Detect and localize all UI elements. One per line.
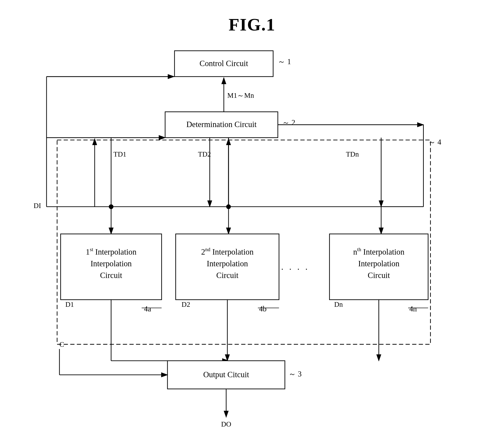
- control-circuit-ref: ～ 1: [278, 57, 291, 66]
- dots-label: ．．．．: [278, 263, 310, 271]
- do-label: DO: [221, 420, 231, 427]
- svg-text:Interpolation: Interpolation: [358, 259, 399, 268]
- interpN-ref: 4n: [409, 305, 417, 313]
- interp2-ref: 4b: [259, 305, 267, 313]
- control-circuit-label: Control Circuit: [199, 59, 248, 68]
- tdn-label: TDn: [346, 150, 359, 158]
- c-label: C: [59, 340, 64, 348]
- dn-label: Dn: [334, 301, 343, 308]
- interp1-line1: 1st Interpolation: [86, 247, 137, 256]
- m1mn-label: M1～Mn: [227, 91, 254, 99]
- td2-label: TD2: [198, 150, 211, 158]
- output-circuit-ref: ～ 3: [288, 370, 302, 378]
- di-label: DI: [34, 202, 41, 210]
- interp1-ref: 4a: [144, 305, 151, 313]
- page-title: FIG.1: [0, 0, 504, 35]
- svg-text:Interpolation: Interpolation: [90, 259, 132, 268]
- diagram-container: Control Circuit ～ 1 M1～Mn Determination …: [19, 39, 485, 427]
- svg-text:～: ～: [428, 138, 436, 146]
- svg-text:Circuit: Circuit: [216, 271, 238, 280]
- output-circuit-label: Output Citcuit: [203, 370, 249, 379]
- svg-text:Interpolation: Interpolation: [207, 259, 248, 268]
- svg-text:Circuit: Circuit: [368, 271, 390, 280]
- determination-circuit-ref: ～ 2: [282, 119, 295, 127]
- d2-label: D2: [182, 301, 190, 308]
- determination-circuit-label: Determination Circuit: [186, 120, 256, 129]
- d1-label: D1: [65, 301, 74, 308]
- group-ref: 4: [437, 138, 441, 146]
- svg-text:Circuit: Circuit: [100, 271, 122, 280]
- td1-label: TD1: [113, 150, 126, 158]
